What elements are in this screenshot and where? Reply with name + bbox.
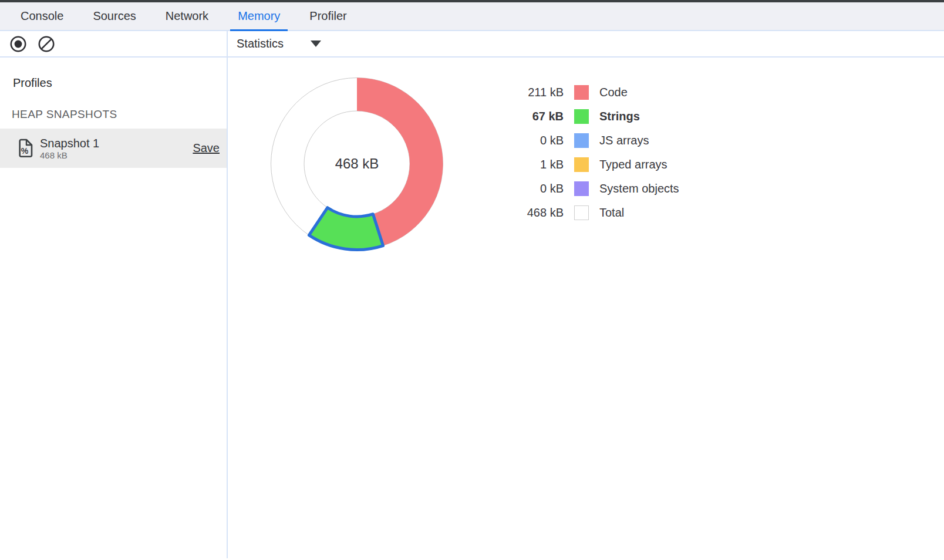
- heap-snapshot-file-icon: %: [18, 139, 33, 158]
- legend-value: 0 kB: [505, 182, 564, 195]
- snapshot-list-item[interactable]: % Snapshot 1 468 kB Save: [0, 129, 227, 168]
- legend-swatch: [574, 133, 589, 148]
- statistics-toolbar: Statistics: [228, 31, 944, 56]
- donut-chart-svg[interactable]: [263, 70, 451, 258]
- tab-console[interactable]: Console: [13, 2, 71, 30]
- legend-swatch: [574, 85, 589, 100]
- heap-statistics-donut-chart: 468 kB: [263, 70, 451, 258]
- donut-slice-strings[interactable]: [309, 208, 383, 250]
- devtools-memory-panel: Console Sources Network Memory Profiler: [0, 0, 944, 560]
- legend-value: 0 kB: [505, 134, 564, 147]
- snapshot-text: Snapshot 1 468 kB: [40, 136, 99, 161]
- legend-label: System objects: [599, 182, 679, 195]
- perspective-select[interactable]: Statistics: [237, 37, 321, 50]
- tab-memory[interactable]: Memory: [230, 2, 288, 30]
- chevron-down-icon: [311, 41, 321, 47]
- save-snapshot-link[interactable]: Save: [193, 141, 220, 155]
- legend-swatch: [574, 205, 589, 220]
- snapshot-size: 468 kB: [40, 150, 99, 161]
- panel-content: Profiles HEAP SNAPSHOTS % Snapshot 1 468…: [0, 58, 944, 558]
- legend-swatch: [574, 157, 589, 172]
- legend-label: Code: [599, 86, 628, 99]
- legend-row-js-arrays[interactable]: 0 kBJS arrays: [505, 129, 679, 153]
- legend-row-system-objects[interactable]: 0 kBSystem objects: [505, 177, 679, 201]
- legend-label: Typed arrays: [599, 158, 667, 171]
- legend-label: JS arrays: [599, 134, 649, 147]
- record-heap-snapshot-button[interactable]: [9, 35, 27, 53]
- tab-profiler[interactable]: Profiler: [302, 2, 354, 30]
- snapshot-title: Snapshot 1: [40, 136, 99, 150]
- tab-sources[interactable]: Sources: [85, 2, 143, 30]
- legend-row-strings[interactable]: 67 kBStrings: [505, 104, 679, 129]
- legend-value: 1 kB: [505, 158, 564, 171]
- devtools-tab-bar: Console Sources Network Memory Profiler: [0, 2, 944, 31]
- legend-label: Total: [599, 206, 624, 220]
- statistics-view: 468 kB 211 kBCode67 kBStrings0 kBJS arra…: [228, 58, 944, 558]
- profiles-toolbar: [0, 31, 228, 56]
- heap-snapshots-section-heading: HEAP SNAPSHOTS: [12, 108, 227, 121]
- legend-value: 211 kB: [505, 86, 564, 99]
- legend-swatch: [574, 181, 589, 196]
- profiles-heading: Profiles: [13, 76, 227, 90]
- tab-network[interactable]: Network: [158, 2, 216, 30]
- record-icon: [9, 35, 27, 53]
- chart-legend: 211 kBCode67 kBStrings0 kBJS arrays1 kBT…: [505, 80, 679, 225]
- clear-profiles-button[interactable]: [38, 35, 55, 53]
- profiles-sidebar: Profiles HEAP SNAPSHOTS % Snapshot 1 468…: [0, 58, 228, 558]
- legend-row-typed-arrays[interactable]: 1 kBTyped arrays: [505, 153, 679, 177]
- legend-value: 67 kB: [505, 110, 564, 123]
- legend-row-total[interactable]: 468 kBTotal: [505, 201, 679, 225]
- legend-swatch: [574, 109, 589, 124]
- legend-value: 468 kB: [505, 206, 564, 220]
- toolbar: Statistics: [0, 31, 944, 58]
- legend-row-code[interactable]: 211 kBCode: [505, 80, 679, 104]
- perspective-select-label: Statistics: [237, 37, 284, 50]
- legend-label: Strings: [599, 110, 640, 123]
- clear-icon: [38, 35, 55, 53]
- svg-text:%: %: [21, 146, 29, 156]
